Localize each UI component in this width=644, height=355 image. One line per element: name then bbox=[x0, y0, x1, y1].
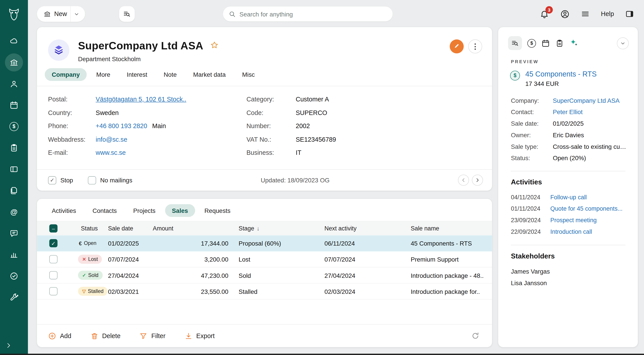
field-label: Category: bbox=[246, 96, 296, 103]
row-checkbox[interactable]: ✓ bbox=[49, 239, 58, 247]
tab-sales[interactable]: Sales bbox=[165, 204, 195, 217]
edit-button[interactable] bbox=[450, 39, 464, 54]
sidebar-item-dashboard[interactable] bbox=[5, 32, 23, 50]
panel-toggle-button[interactable] bbox=[625, 9, 634, 18]
stop-checkbox[interactable]: ✓ Stop bbox=[48, 176, 73, 184]
table-row[interactable]: ✓ €Open 01/02/2025 17,344.00 Proposal (6… bbox=[37, 235, 492, 251]
column-stage[interactable]: Stage ↓ bbox=[230, 225, 324, 232]
table-row[interactable]: ✕Lost 07/07/2024 3,200.00 Lost 07/07/202… bbox=[37, 251, 492, 267]
collapse-panel-button[interactable] bbox=[617, 37, 629, 49]
sidebar-item-campaigns[interactable] bbox=[5, 267, 23, 285]
help-button[interactable]: Help bbox=[601, 10, 614, 18]
postal-address-link[interactable]: Västgötagatan 5, 102 61 Stock.. bbox=[96, 96, 186, 103]
delete-button[interactable]: Delete bbox=[90, 332, 120, 340]
delete-label: Delete bbox=[102, 332, 120, 340]
new-button[interactable]: New bbox=[37, 6, 70, 22]
notifications-button[interactable]: 3 bbox=[540, 9, 549, 19]
sidebar-item-reports[interactable] bbox=[5, 246, 23, 264]
cell-amount: 3,200.00 bbox=[153, 256, 230, 263]
activity-date: 23/09/2024 bbox=[511, 217, 550, 224]
sidebar-item-selections[interactable] bbox=[5, 160, 23, 178]
tab-more[interactable]: More bbox=[89, 68, 117, 81]
sidebar-item-projects[interactable] bbox=[5, 139, 23, 157]
activity-link[interactable]: Prospect meeting bbox=[550, 217, 597, 224]
tab-misc[interactable]: Misc bbox=[235, 68, 262, 81]
sidebar-item-chat[interactable] bbox=[5, 224, 23, 242]
sidebar-item-sales[interactable]: $ bbox=[5, 118, 23, 136]
favorite-star-icon[interactable] bbox=[210, 40, 219, 51]
activity-link[interactable]: Quote for 45 components... bbox=[550, 205, 623, 212]
sidebar-item-diary[interactable] bbox=[5, 96, 23, 114]
row-checkbox[interactable] bbox=[49, 287, 58, 296]
activity-link[interactable]: Introduction call bbox=[550, 228, 592, 235]
preview-list-tool[interactable] bbox=[508, 36, 522, 50]
export-button[interactable]: Export bbox=[184, 332, 214, 340]
preview-ai-tool[interactable] bbox=[569, 38, 578, 48]
tab-interest[interactable]: Interest bbox=[120, 68, 154, 81]
tab-contacts[interactable]: Contacts bbox=[86, 204, 124, 217]
tab-requests[interactable]: Requests bbox=[198, 204, 238, 217]
field-label: Postal: bbox=[48, 96, 96, 103]
tab-note[interactable]: Note bbox=[157, 68, 184, 81]
hamburger-icon bbox=[581, 9, 590, 18]
sidebar-item-settings[interactable] bbox=[5, 288, 23, 306]
activity-item: 22/09/2024 Introduction call bbox=[511, 226, 628, 238]
tab-company[interactable]: Company bbox=[45, 68, 87, 81]
account-button[interactable] bbox=[560, 9, 570, 19]
no-mailings-checkbox[interactable]: No mailings bbox=[88, 176, 132, 184]
phone-link[interactable]: +46 800 193 2820 bbox=[96, 122, 147, 130]
menu-button[interactable] bbox=[581, 9, 590, 18]
row-checkbox[interactable] bbox=[49, 271, 58, 279]
column-status[interactable]: Status bbox=[76, 225, 108, 232]
sale-title-link[interactable]: 45 Components - RTS bbox=[525, 70, 597, 78]
company-link[interactable]: SuperCompany Ltd ASA bbox=[553, 97, 620, 104]
tab-projects[interactable]: Projects bbox=[126, 204, 162, 217]
next-record-button[interactable] bbox=[472, 174, 483, 186]
calendar-icon bbox=[541, 39, 550, 48]
preview-field-status: Status: Open (20%) bbox=[511, 152, 628, 164]
checkbox-unchecked[interactable] bbox=[88, 176, 96, 184]
more-options-button[interactable]: ⋮ bbox=[468, 39, 482, 54]
find-button[interactable] bbox=[119, 6, 135, 22]
preview-calendar-tool[interactable] bbox=[541, 39, 550, 48]
superoffice-owl-logo[interactable] bbox=[6, 7, 22, 22]
sidebar-item-mailings[interactable]: @ bbox=[5, 203, 23, 221]
cell-sale-date: 01/02/2025 bbox=[108, 240, 153, 247]
table-row[interactable]: ✓Sold 27/04/2024 47,230.00 Sold 27/04/20… bbox=[37, 267, 492, 284]
search-input[interactable] bbox=[240, 10, 387, 17]
preview-clipboard-tool[interactable] bbox=[555, 39, 564, 48]
preview-sales-tool[interactable]: $ bbox=[527, 39, 536, 48]
field-row-vat: VAT No.: SE123456789 bbox=[246, 133, 336, 146]
contact-link[interactable]: Peter Elliot bbox=[553, 108, 582, 115]
add-button[interactable]: Add bbox=[48, 332, 72, 340]
email-link[interactable]: www.sc.se bbox=[96, 149, 126, 156]
column-amount[interactable]: Amount bbox=[153, 225, 230, 232]
webaddress-link[interactable]: info@sc.se bbox=[96, 136, 127, 143]
select-all-checkbox[interactable]: – bbox=[49, 224, 58, 232]
tab-market-data[interactable]: Market data bbox=[186, 68, 232, 81]
sidebar-item-documents[interactable] bbox=[5, 182, 23, 200]
sidebar-expand-button[interactable] bbox=[0, 342, 12, 349]
preview-label: PREVIEW bbox=[511, 59, 638, 64]
vat-value: SE123456789 bbox=[296, 136, 336, 143]
column-sale-date[interactable]: Sale date bbox=[108, 225, 153, 232]
column-sale-name[interactable]: Sale name bbox=[411, 225, 492, 232]
activity-link[interactable]: Follow-up call bbox=[550, 194, 587, 201]
sales-card: Activities Contacts Projects Sales Reque… bbox=[37, 199, 492, 347]
tab-activities[interactable]: Activities bbox=[45, 204, 83, 217]
new-dropdown-button[interactable] bbox=[70, 6, 85, 22]
row-checkbox[interactable] bbox=[49, 255, 58, 263]
filter-button[interactable]: Filter bbox=[140, 332, 166, 340]
cell-amount: 23,550.00 bbox=[153, 288, 230, 295]
global-search[interactable] bbox=[223, 7, 393, 21]
sidebar-item-companies[interactable] bbox=[5, 54, 23, 72]
company-fields: Postal: Västgötagatan 5, 102 61 Stock.. … bbox=[37, 86, 492, 160]
previous-record-button[interactable] bbox=[458, 174, 469, 186]
sidebar-item-contacts[interactable] bbox=[5, 75, 23, 93]
table-row[interactable]: ▽Stalled 02/03/2021 23,550.00 Stalled 02… bbox=[37, 284, 492, 300]
new-button-label: New bbox=[54, 10, 67, 18]
refresh-button[interactable] bbox=[471, 332, 480, 340]
company-card: SuperCompany Ltd ASA Department Stockhol… bbox=[37, 27, 492, 190]
checkbox-checked[interactable]: ✓ bbox=[48, 176, 56, 184]
column-next-activity[interactable]: Next activity bbox=[324, 225, 411, 232]
